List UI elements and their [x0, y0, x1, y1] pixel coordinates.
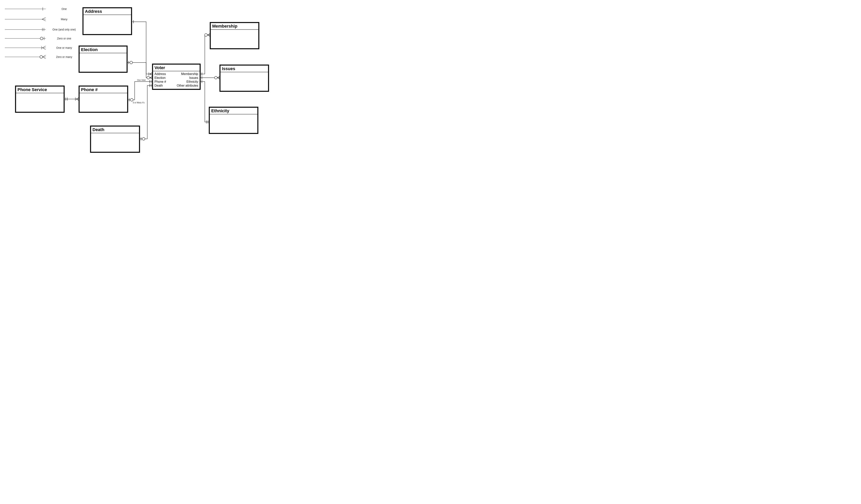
conn-label-one-voter: One Voter — [137, 79, 146, 81]
svg-point-16 — [40, 56, 43, 58]
conn-voter-issues — [200, 76, 220, 79]
legend-one-only: One (and only one) — [5, 28, 76, 31]
entity-phone-number-title: Phone # — [81, 87, 98, 92]
svg-line-17 — [43, 55, 46, 57]
entity-address: Address — [83, 8, 132, 34]
voter-attr-ethnicity: Ethnicity — [187, 80, 198, 83]
svg-point-56 — [142, 138, 145, 140]
conn-address-voter — [132, 20, 152, 75]
legend-zero-many: Zero or many — [5, 55, 72, 59]
svg-line-13 — [42, 46, 46, 48]
svg-point-64 — [215, 76, 217, 79]
entity-death-title: Death — [93, 127, 104, 132]
entity-issues: Issues — [220, 65, 269, 91]
legend-one-only-label: One (and only one) — [53, 28, 76, 31]
voter-attr-election: Election — [154, 76, 166, 80]
conn-phoneservice-phone — [64, 98, 79, 101]
legend-zero-one: Zero or one — [5, 37, 71, 40]
legend-one: One — [5, 8, 67, 11]
conn-death-voter — [139, 84, 152, 140]
voter-attr-other: Other attributes — [177, 84, 198, 87]
er-diagram: One Many One (and only one) Zero or one — [0, 0, 287, 168]
entity-death: Death — [91, 126, 139, 152]
voter-attr-issues: Issues — [189, 76, 198, 80]
svg-point-42 — [130, 61, 133, 64]
legend-zero-many-label: Zero or many — [56, 55, 72, 58]
legend: One Many One (and only one) Zero or one — [5, 8, 76, 59]
conn-phone-voter: One Voter 0 or Many #'s — [128, 79, 152, 104]
entity-voter-title: Voter — [154, 65, 165, 70]
entity-phone-service-title: Phone Service — [17, 87, 47, 92]
voter-attr-membership: Membership — [181, 72, 198, 75]
conn-election-voter — [127, 61, 152, 79]
conn-voter-ethnicity — [200, 80, 209, 124]
svg-point-9 — [40, 37, 43, 40]
svg-line-14 — [42, 48, 46, 50]
legend-many-label: Many — [61, 18, 67, 21]
legend-many: Many — [5, 17, 67, 21]
entity-address-title: Address — [85, 9, 102, 14]
conn-label-many-phones: 0 or Many #'s — [133, 101, 145, 104]
svg-line-18 — [43, 57, 46, 59]
svg-point-60 — [205, 33, 207, 36]
entity-election: Election — [79, 46, 127, 72]
entity-membership-title: Membership — [212, 24, 237, 29]
legend-one-label: One — [62, 8, 67, 11]
voter-attr-address: Address — [154, 72, 166, 75]
entity-phone-service: Phone Service — [15, 86, 64, 112]
entity-issues-title: Issues — [222, 66, 235, 71]
svg-point-47 — [131, 98, 133, 101]
entity-phone-number: Phone # — [79, 86, 128, 112]
legend-zero-one-label: Zero or one — [57, 37, 71, 40]
voter-attr-phone: Phone # — [154, 80, 166, 83]
entity-membership: Membership — [210, 23, 259, 49]
entity-ethnicity: Ethnicity — [209, 107, 258, 134]
entity-election-title: Election — [81, 47, 98, 52]
voter-attr-death: Death — [154, 84, 163, 87]
entity-ethnicity-title: Ethnicity — [211, 108, 230, 113]
entity-voter: Voter Address Election Phone # Death Mem… — [152, 64, 200, 89]
svg-line-4 — [42, 19, 46, 21]
conn-voter-membership — [200, 33, 210, 75]
legend-one-many: One or many — [5, 46, 72, 50]
svg-point-43 — [147, 76, 150, 79]
svg-line-3 — [42, 17, 46, 19]
legend-one-many-label: One or many — [56, 46, 72, 49]
